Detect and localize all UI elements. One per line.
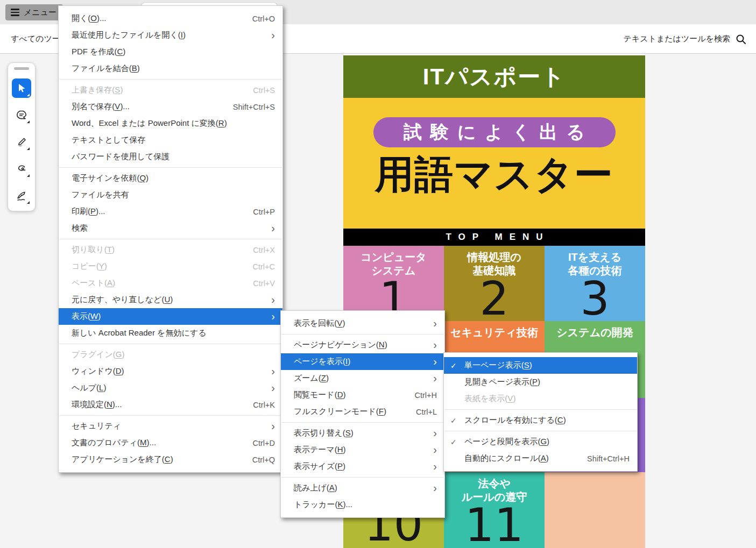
menu-item-label: 別名で保存(V)... [72,102,217,112]
menu-item[interactable]: 別名で保存(V)...Shift+Ctrl+S [59,98,282,115]
select-tool-button[interactable] [12,79,31,98]
comment-tool-button[interactable] [12,105,31,125]
menu-item[interactable]: 検索› [59,220,282,237]
menu-item[interactable]: トラッカー(K)... [281,496,444,513]
pdf-topmenu-tile[interactable]: コンピュータシステム1 [343,246,444,321]
menu-item[interactable]: パスワードを使用して保護 [59,148,282,165]
pdf-topmenu-tile[interactable] [545,472,645,548]
menu-item-label: 表紙を表示(V) [464,394,630,404]
pdf-topmenu-tile[interactable]: 法令やルールの遵守11 [444,472,545,548]
menu-item-label: ファイルを共有 [72,190,275,200]
menu-item[interactable]: 閲覧モード(D)Ctrl+H [281,387,444,403]
menu-item-label: ペースト(A) [72,278,237,288]
menu-item[interactable]: ✓単一ページ表示(S) [444,357,637,374]
menu-item[interactable]: 開く(O)...Ctrl+O [59,10,282,27]
page-display-submenu-popup: ✓単一ページ表示(S)見開きページ表示(P)表紙を表示(V)✓スクロールを有効に… [443,352,638,472]
menu-item[interactable]: PDF を作成(C) [59,44,282,60]
pdf-topmenu-tile[interactable]: 情報処理の基礎知識2 [444,246,545,321]
menu-item[interactable]: 表紙を表示(V) [444,390,637,407]
menu-item-label: トラッカー(K)... [294,500,437,510]
menu-item[interactable]: 表示切り替え(S)› [281,425,444,442]
search-control[interactable]: テキストまたはツールを検索 [623,24,746,54]
menu-item-label: ズーム(Z) [294,373,417,383]
menu-item-label: PDF を作成(C) [72,47,275,57]
menu-item-label: プラグイン(G) [72,350,275,360]
menu-item[interactable]: 印刷(P)...Ctrl+P [59,203,282,220]
menu-shortcut: Ctrl+Q [252,456,275,464]
menu-item[interactable]: アプリケーションを終了(C)Ctrl+Q [59,451,282,468]
view-submenu-popup: 表示を回転(V)›ページナビゲーション(N)›ページを表示(I)›ズーム(Z)›… [280,310,445,518]
tile-number: 3 [580,277,610,320]
menu-item[interactable]: 電子サインを依頼(Q) [59,170,282,187]
menu-item-label: テキストとして保存 [72,135,275,145]
menu-item[interactable]: 見開きページ表示(P) [444,374,637,390]
search-label: テキストまたはツールを検索 [623,34,730,44]
menu-separator [444,431,637,431]
menu-item[interactable]: ヘルプ(L)› [59,380,282,396]
menu-item[interactable]: 表示テーマ(H)› [281,442,444,458]
menu-item-label: コピー(Y) [72,261,237,272]
menu-item[interactable]: 環境設定(N)...Ctrl+K [59,396,282,413]
menu-item[interactable]: ウィンドウ(D)› [59,363,282,380]
menu-item-label: 検索 [72,223,255,233]
menu-item[interactable]: 最近使用したファイルを開く(I)› [59,27,282,44]
menu-separator [59,344,282,344]
highlight-tool-button[interactable] [12,132,31,152]
menu-item[interactable]: 読み上げ(A)› [281,480,444,496]
panel-drag-handle[interactable] [14,67,29,70]
check-icon: ✓ [450,416,464,425]
menu-item-label: 表示切り替え(S) [294,428,417,438]
menu-item[interactable]: フルスクリーンモード(F)Ctrl+L [281,403,444,420]
menu-item[interactable]: コピー(Y)Ctrl+C [59,258,282,275]
menu-item[interactable]: 表示サイズ(P)› [281,458,444,475]
menu-item-label: 単一ページ表示(S) [464,360,630,371]
draw-tool-button[interactable] [12,159,31,179]
submenu-arrow-icon: › [271,421,275,431]
search-icon [736,34,746,45]
menu-item-label: 自動的にスクロール(A) [464,453,571,464]
menu-item-label: 上書き保存(S) [72,85,237,95]
menu-item[interactable]: Word、Excel または PowerPoint に変換(R) [59,115,282,132]
menu-shortcut: Ctrl+C [253,262,275,271]
menu-item[interactable]: ✓スクロールを有効にする(C) [444,412,637,429]
menu-separator [281,477,444,478]
menu-item-label: 文書のプロパティ(M)... [72,438,237,448]
menu-item-label: 切り取り(T) [72,245,237,255]
submenu-arrow-icon: › [433,428,437,438]
menu-item-label: アプリケーションを終了(C) [72,454,236,465]
menu-item-label: 元に戻す、やり直しなど(U) [72,295,255,305]
quick-tools-panel [8,62,36,211]
submenu-arrow-icon: › [271,366,275,376]
menu-item-label: ファイルを結合(B) [72,63,275,74]
menu-item[interactable]: 表示を回転(V)› [281,315,444,332]
menu-item[interactable]: ページナビゲーション(N)› [281,337,444,353]
sign-tool-button[interactable] [12,186,31,205]
menu-item[interactable]: テキストとして保存 [59,132,282,148]
menu-item[interactable]: 元に戻す、やり直しなど(U)› [59,291,282,308]
menu-item[interactable]: ズーム(Z)› [281,370,444,387]
menu-item[interactable]: ファイルを結合(B) [59,60,282,77]
menu-item[interactable]: ファイルを共有 [59,187,282,203]
menu-item[interactable]: 上書き保存(S)Ctrl+S [59,82,282,98]
menu-item[interactable]: ペースト(A)Ctrl+V [59,275,282,291]
menu-item[interactable]: セキュリティ› [59,418,282,435]
menu-shortcut: Ctrl+P [253,208,275,216]
submenu-arrow-icon: › [433,356,437,367]
menu-item[interactable]: 表示(W)› [59,308,282,325]
menu-item-label: セキュリティ [72,421,255,431]
menu-item-label: ページと段間を表示(G) [464,437,630,447]
menu-item[interactable]: 切り取り(T)Ctrl+X [59,241,282,258]
menu-item-label: 表示テーマ(H) [294,445,417,455]
pdf-topmenu-text: TOP MENU [439,232,549,243]
check-icon: ✓ [450,438,464,446]
menu-item[interactable]: 文書のプロパティ(M)...Ctrl+D [59,435,282,451]
menu-item[interactable]: プラグイン(G) [59,346,282,363]
menu-item-label: 閲覧モード(D) [294,390,399,400]
menu-item[interactable]: ページを表示(I)› [281,353,444,370]
menu-item-label: 開く(O)... [72,13,236,24]
menu-item[interactable]: ✓ページと段間を表示(G) [444,433,637,450]
pdf-topmenu-tile[interactable]: ITを支える各種の技術3 [545,246,645,321]
menu-button[interactable]: メニュー [5,4,63,20]
menu-item[interactable]: 新しい Acrobat Reader を無効にする [59,325,282,341]
menu-item[interactable]: 自動的にスクロール(A)Shift+Ctrl+H [444,450,637,467]
